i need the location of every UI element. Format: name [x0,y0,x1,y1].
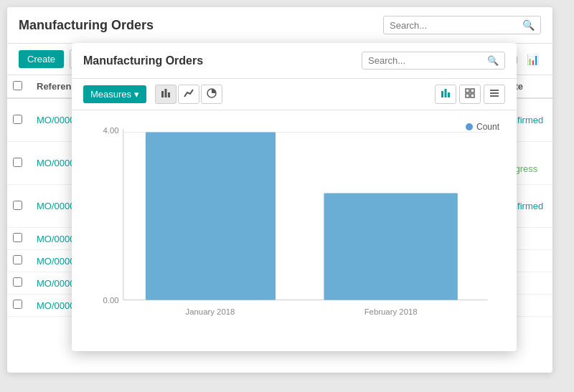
pie-chart-icon [207,88,217,98]
row-checkbox-cell [7,250,28,272]
graph-view-icon[interactable]: 📊 [524,52,541,67]
svg-rect-11 [490,90,499,91]
chart-pivot-icon [465,88,475,98]
svg-text:February 2018: February 2018 [364,307,418,316]
svg-text:January 2018: January 2018 [185,307,235,316]
main-header: Manufacturing Orders 🔍 [7,7,552,44]
row-checkbox[interactable] [13,255,22,264]
svg-rect-5 [445,89,447,97]
measures-button[interactable]: Measures ▾ [83,85,146,103]
main-search-icon: 🔍 [522,19,535,31]
row-checkbox-cell [7,98,28,142]
row-checkbox-cell [7,272,28,295]
svg-rect-19 [146,133,276,300]
line-chart-icon [184,88,194,98]
svg-rect-0 [161,91,164,97]
chart-title: Manufacturing Orders [83,54,362,67]
svg-rect-8 [471,89,474,92]
svg-rect-6 [448,92,450,97]
svg-rect-13 [490,95,499,97]
row-checkbox-cell [7,185,28,228]
row-checkbox[interactable] [13,300,22,309]
bar-chart-btn[interactable] [155,85,177,104]
legend-dot [466,123,473,130]
row-checkbox-cell [7,295,28,317]
select-all-header[interactable] [7,75,28,98]
bar-chart-svg: 4.00 0.00 January 2018 February 2018 [83,122,505,330]
chart-graph-btn[interactable] [435,85,456,104]
row-checkbox[interactable] [13,277,22,287]
chart-pivot-btn[interactable] [459,85,481,104]
chart-list-btn[interactable] [484,85,505,104]
svg-rect-2 [168,92,170,97]
pie-chart-btn[interactable] [201,85,222,104]
legend-label: Count [476,122,499,132]
svg-rect-4 [441,91,443,97]
svg-rect-1 [165,89,167,97]
chart-type-icons [155,85,222,104]
chart-search-bar[interactable]: 🔍 [362,52,505,70]
chart-window: Manufacturing Orders 🔍 Measures ▾ [72,43,517,351]
svg-text:0.00: 0.00 [103,296,118,305]
row-checkbox[interactable] [13,158,22,167]
chart-header: Manufacturing Orders 🔍 [72,43,517,79]
chart-legend: Count [466,122,499,132]
svg-text:4.00: 4.00 [103,126,118,135]
bar-chart-icon [161,88,171,98]
select-all-checkbox[interactable] [13,81,22,90]
measures-label: Measures [90,89,131,100]
svg-rect-10 [471,94,474,97]
main-search-input[interactable] [390,20,522,31]
chart-view-icons [435,85,505,104]
svg-rect-20 [324,193,457,300]
svg-rect-12 [490,92,499,94]
row-checkbox[interactable] [13,115,22,124]
chart-area: Count 4.00 0.00 January 2018 February 20… [72,110,517,351]
row-checkbox-cell [7,142,28,185]
chart-search-icon: 🔍 [487,55,499,66]
chart-list-icon [489,88,499,98]
svg-rect-7 [466,89,469,92]
chart-search-input[interactable] [368,55,487,66]
create-button[interactable]: Create [19,50,64,68]
line-chart-btn[interactable] [178,85,199,104]
row-checkbox[interactable] [13,201,22,210]
chart-toolbar: Measures ▾ [72,79,517,110]
page-title: Manufacturing Orders [19,18,383,33]
measures-dropdown-icon: ▾ [134,89,139,100]
chart-graph-icon [441,88,451,98]
row-checkbox[interactable] [13,233,22,242]
row-checkbox-cell [7,228,28,250]
main-search-bar[interactable]: 🔍 [383,16,541,34]
svg-rect-9 [466,94,469,97]
